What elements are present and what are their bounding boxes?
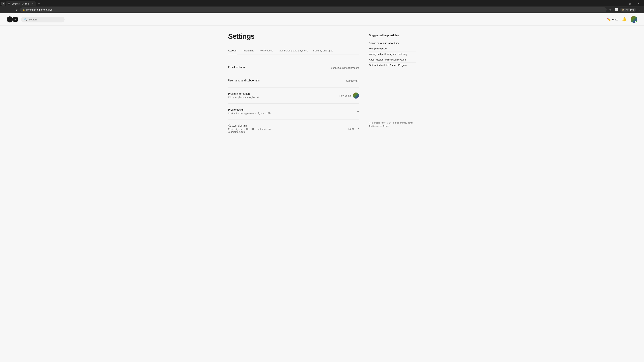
footer-about-link[interactable]: About [381, 122, 386, 124]
profile-design-external-link-icon[interactable]: ↗ [356, 110, 359, 113]
email-value: 89f4222e@moodjoy.com [331, 66, 359, 69]
custom-domain-external-link-icon[interactable]: ↗ [356, 127, 359, 131]
write-icon: ✏️ [607, 17, 611, 21]
profile-design-row[interactable]: Profile design Customize the appearance … [228, 104, 359, 119]
search-bar[interactable]: 🔍 [21, 16, 64, 22]
profile-info-desc: Edit your photo, name, bio, etc. [228, 96, 278, 99]
custom-domain-value: None ↗ [348, 127, 359, 131]
back-button[interactable]: ← [2, 7, 7, 12]
sidebar-link-partner[interactable]: Get started with the Partner Program [369, 62, 416, 68]
incognito-badge: 🕵️ Incognito [620, 8, 636, 12]
tab-publishing[interactable]: Publishing [242, 47, 254, 54]
tab-membership[interactable]: Membership and payment [278, 47, 308, 54]
email-address-text: 89f4222e@moodjoy.com [331, 66, 359, 69]
tab-security[interactable]: Security and apps [313, 47, 333, 54]
svg-text:M: M [14, 18, 16, 21]
tab-close-button[interactable]: ✕ [32, 2, 34, 5]
write-button[interactable]: ✏️ Write [607, 17, 618, 21]
custom-domain-text: None [348, 127, 354, 130]
browser-controls-bar: ← → ↻ 🔒 medium.com/me/settings ☆ ⬜ 🕵️ In… [0, 6, 644, 13]
footer-terms-link[interactable]: Terms [408, 122, 414, 124]
tab-account[interactable]: Account [228, 47, 237, 54]
minimize-button[interactable]: — [617, 1, 624, 6]
sidebar-toggle-button[interactable]: ⬜ [614, 7, 619, 12]
help-sidebar: Suggested help articles Sign in or sign … [369, 32, 416, 138]
sidebar-link-signin[interactable]: Sign in or sign up to Medium [369, 40, 416, 46]
sidebar-footer: Help Status About Careers Blog Privacy T… [369, 122, 416, 127]
write-label: Write [612, 18, 618, 21]
browser-chrome: ▼ ●● Settings - Medium ✕ + — ⧉ ✕ ← → ↻ 🔒… [0, 0, 644, 13]
profile-info-label-group: Profile information Edit your photo, nam… [228, 92, 278, 99]
settings-main: Settings Account Publishing Notification… [228, 32, 359, 138]
footer-help-link[interactable]: Help [369, 122, 373, 124]
footer-status-link[interactable]: Status [374, 122, 380, 124]
profile-info-row[interactable]: Profile information Edit your photo, nam… [228, 88, 359, 104]
incognito-label: Incognito [626, 8, 634, 11]
email-label: Email address [228, 66, 278, 69]
email-row: Email address 89f4222e@moodjoy.com [228, 61, 359, 74]
custom-domain-desc: Redirect your profile URL to a domain li… [228, 128, 278, 133]
tab-bar: ▼ ●● Settings - Medium ✕ + — ⧉ ✕ [0, 0, 644, 6]
username-text: @89f4222e [346, 80, 359, 82]
search-icon: 🔍 [24, 18, 27, 21]
tab-notifications[interactable]: Notifications [260, 47, 273, 54]
footer-careers-link[interactable]: Careers [387, 122, 394, 124]
sidebar-link-writing[interactable]: Writing and publishing your first story [369, 51, 416, 57]
profile-design-desc: Customize the appearance of your profile… [228, 112, 278, 115]
profile-design-value: ↗ [356, 110, 359, 113]
bookmark-button[interactable]: ☆ [608, 7, 613, 12]
sidebar-link-distribution[interactable]: About Medium's distribution system [369, 57, 416, 62]
url-text: medium.com/me/settings [26, 8, 52, 11]
username-value: @89f4222e [346, 80, 359, 82]
sidebar-title: Suggested help articles [369, 34, 416, 37]
logo-circle [7, 16, 13, 22]
logo-m-icon: M [14, 18, 17, 21]
settings-tabs: Account Publishing Notifications Members… [228, 47, 359, 54]
footer-teams-link[interactable]: Teams [383, 125, 389, 127]
profile-design-label-group: Profile design Customize the appearance … [228, 108, 278, 115]
page-title: Settings [228, 32, 359, 40]
menu-button[interactable]: ⋮ [637, 7, 642, 12]
refresh-button[interactable]: ↻ [14, 7, 19, 12]
footer-tts-link[interactable]: Text to speech [369, 125, 382, 127]
logo-m-shape: M [13, 17, 18, 22]
tab-group-button[interactable]: ▼ [1, 2, 5, 5]
forward-button[interactable]: → [8, 7, 13, 12]
custom-domain-row[interactable]: Custom domain Redirect your profile URL … [228, 119, 359, 138]
lock-icon: 🔒 [22, 8, 25, 11]
tab-group-icon: ▼ [2, 2, 4, 5]
sidebar-link-profile[interactable]: Your profile page [369, 46, 416, 51]
medium-logo[interactable]: M [7, 16, 18, 22]
email-label-group: Email address [228, 66, 278, 69]
profile-info-value: Fely Smith [339, 92, 359, 98]
tab-favicon: ●● [8, 2, 10, 5]
tab-title: Settings - Medium [12, 2, 29, 5]
username-label: Username and subdomain [228, 79, 278, 82]
browser-tab-active[interactable]: ●● Settings - Medium ✕ [6, 1, 36, 6]
user-avatar-button[interactable] [630, 16, 637, 23]
close-window-button[interactable]: ✕ [635, 1, 643, 6]
notifications-bell-button[interactable]: 🔔 [622, 17, 626, 22]
custom-domain-label-group: Custom domain Redirect your profile URL … [228, 124, 278, 133]
main-content: Settings Account Publishing Notification… [221, 26, 422, 145]
page-wrapper: M 🔍 ✏️ Write 🔔 Settings [0, 13, 644, 360]
search-input[interactable] [29, 18, 62, 21]
profile-avatar-small [353, 92, 359, 98]
footer-blog-link[interactable]: Blog [395, 122, 399, 124]
address-bar[interactable]: 🔒 medium.com/me/settings [20, 7, 606, 12]
online-indicator [635, 21, 637, 23]
new-tab-button[interactable]: + [36, 1, 41, 6]
incognito-icon: 🕵️ [622, 8, 624, 11]
profile-design-label: Profile design [228, 108, 278, 111]
window-controls: — ⧉ ✕ [617, 1, 643, 6]
profile-name-text: Fely Smith [339, 94, 351, 97]
profile-info-label: Profile information [228, 92, 278, 95]
nav-right: ✏️ Write 🔔 [607, 16, 637, 23]
username-label-group: Username and subdomain [228, 79, 278, 83]
custom-domain-label: Custom domain [228, 124, 278, 127]
username-row: Username and subdomain @89f4222e [228, 74, 359, 88]
top-navigation: M 🔍 ✏️ Write 🔔 [0, 13, 644, 26]
footer-privacy-link[interactable]: Privacy [400, 122, 407, 124]
restore-button[interactable]: ⧉ [626, 1, 634, 6]
